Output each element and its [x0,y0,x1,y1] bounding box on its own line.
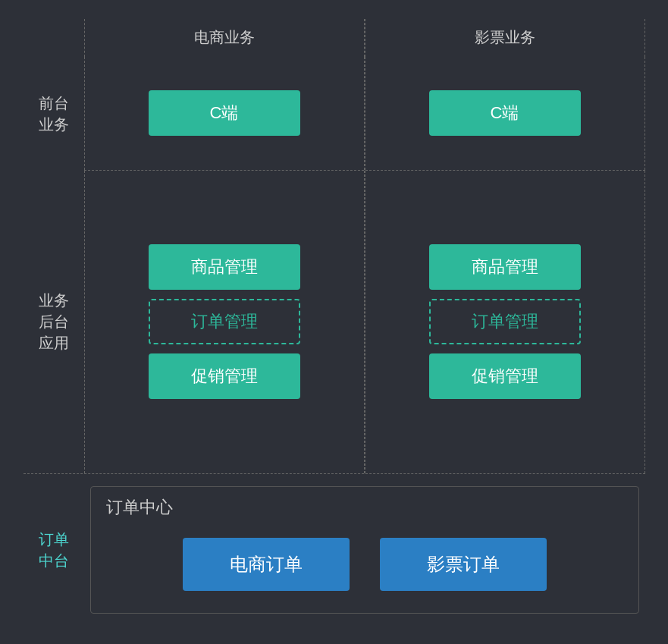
movie-order-box: 影票订单 [380,538,547,591]
row-qiantai: C端 C端 [84,57,645,171]
row-houtai: 商品管理 订单管理 促销管理 商品管理 [84,171,645,473]
order-center-container: 订单中心 电商订单 影票订单 [90,486,639,614]
ecommerce-order-box: 电商订单 [183,538,350,591]
bottom-inner: 订单中心 电商订单 影票订单 [84,474,645,626]
order-center-label: 订单中心 [106,496,623,519]
cell-houtai-ecommerce: 商品管理 订单管理 促销管理 [84,171,365,473]
order-mgmt-ecommerce-box: 订单管理 [149,299,300,344]
order-boxes: 电商订单 影票订单 [106,531,623,598]
bottom-section: 订单 中台 订单中心 电商订单 影票订单 [24,474,645,626]
product-mgmt-movie-box: 商品管理 [429,244,581,290]
row-label-qiantai: 前台 业务 [24,57,84,171]
c-end-movie-box: C端 [429,90,581,136]
promo-mgmt-movie-box: 促销管理 [429,353,581,399]
col-header-ecommerce: 电商业务 [84,19,365,57]
row-label-houtai: 业务 后台 应用 [24,171,84,473]
top-columns: 电商业务 影票业务 C端 C端 [84,19,645,473]
rows-area: C端 C端 商品管理 [84,57,645,473]
order-mgmt-movie-box: 订单管理 [429,299,581,344]
product-mgmt-ecommerce-box: 商品管理 [149,244,300,290]
col-header-movie: 影票业务 [365,19,645,57]
col-headers: 电商业务 影票业务 [84,19,645,57]
diagram: 前台 业务 业务 后台 应用 电商业务 影票业务 [24,19,645,626]
cell-c-end-movie: C端 [365,57,645,170]
cell-c-end-ecommerce: C端 [84,57,365,170]
row-label-order: 订单 中台 [24,474,84,626]
top-section: 前台 业务 业务 后台 应用 电商业务 影票业务 [24,19,645,474]
cell-houtai-movie: 商品管理 订单管理 促销管理 [365,171,645,473]
c-end-ecommerce-box: C端 [149,90,300,136]
promo-mgmt-ecommerce-box: 促销管理 [149,353,300,399]
